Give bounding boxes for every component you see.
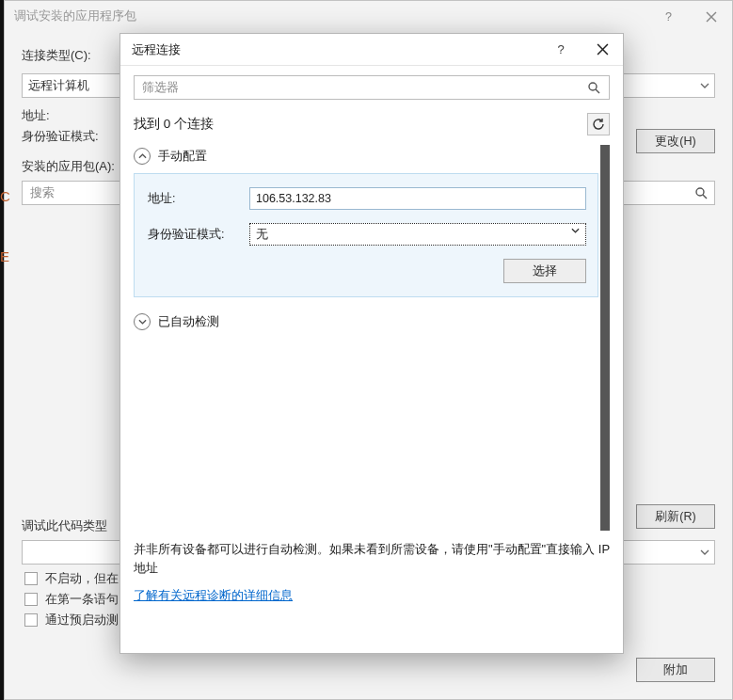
connection-type-label: 连接类型(C): <box>22 47 116 64</box>
modal-help-button[interactable]: ? <box>540 34 582 66</box>
refresh-button[interactable]: 刷新(R) <box>636 504 715 529</box>
close-button[interactable] <box>690 1 732 32</box>
modal-title: 远程连接 <box>132 41 540 58</box>
close-icon <box>706 11 717 23</box>
manual-config-expander[interactable]: 手动配置 <box>134 145 598 167</box>
auto-detected-label: 已自动检测 <box>158 313 219 330</box>
modal-close-button[interactable] <box>582 34 623 66</box>
chevron-down-icon <box>695 541 714 564</box>
hint-text: 并非所有设备都可以进行自动检测。如果未看到所需设备，请使用"手动配置"直接输入 … <box>134 540 610 578</box>
filter-placeholder: 筛选器 <box>142 79 179 96</box>
parent-title: 调试安装的应用程序包 <box>14 8 647 24</box>
help-button[interactable]: ? <box>647 1 690 32</box>
select-button[interactable]: 选择 <box>503 259 586 283</box>
refresh-icon <box>592 118 605 131</box>
help-icon: ? <box>665 10 672 24</box>
close-icon <box>597 43 609 56</box>
manual-address-label: 地址: <box>148 191 249 207</box>
checkbox-icon <box>24 572 38 585</box>
manual-config-panel: 地址: 106.53.132.83 身份验证模式: 无 <box>134 173 598 297</box>
checkbox-icon <box>24 593 38 606</box>
checkbox-icon <box>24 613 38 627</box>
chevron-up-icon <box>134 148 151 165</box>
search-icon <box>584 76 603 99</box>
attach-button[interactable]: 附加 <box>636 658 715 682</box>
auth-mode-label: 身份验证模式: <box>22 128 116 145</box>
manual-config-label: 手动配置 <box>158 148 207 165</box>
remote-connection-dialog: 远程连接 ? 筛选器 找到 0 个连接 <box>120 33 624 654</box>
parent-titlebar: 调试安装的应用程序包 ? <box>5 1 732 32</box>
address-label: 地址: <box>22 107 116 124</box>
vertical-scrollbar[interactable] <box>600 145 610 531</box>
modal-titlebar: 远程连接 ? <box>120 34 623 66</box>
search-icon <box>692 182 710 204</box>
chevron-down-icon <box>571 228 580 233</box>
auto-detected-expander[interactable]: 已自动检测 <box>134 310 598 333</box>
svg-point-6 <box>589 83 597 90</box>
refresh-icon-button[interactable] <box>587 113 610 135</box>
chevron-down-icon <box>695 74 714 97</box>
learn-more-link[interactable]: 了解有关远程诊断的详细信息 <box>134 587 610 604</box>
search-placeholder: 搜索 <box>30 185 55 201</box>
scrollbar-thumb[interactable] <box>600 145 610 531</box>
help-icon: ? <box>557 42 564 56</box>
svg-point-2 <box>696 188 704 196</box>
manual-auth-select[interactable]: 无 <box>249 223 586 246</box>
change-button[interactable]: 更改(H) <box>636 129 715 153</box>
connection-type-value: 远程计算机 <box>28 78 89 94</box>
svg-line-7 <box>596 89 599 93</box>
manual-auth-label: 身份验证模式: <box>148 227 249 243</box>
chevron-down-icon <box>134 313 151 330</box>
found-connections-text: 找到 0 个连接 <box>134 116 587 133</box>
svg-line-3 <box>703 195 707 199</box>
manual-address-input[interactable]: 106.53.132.83 <box>249 187 586 210</box>
filter-input[interactable]: 筛选器 <box>134 75 610 100</box>
